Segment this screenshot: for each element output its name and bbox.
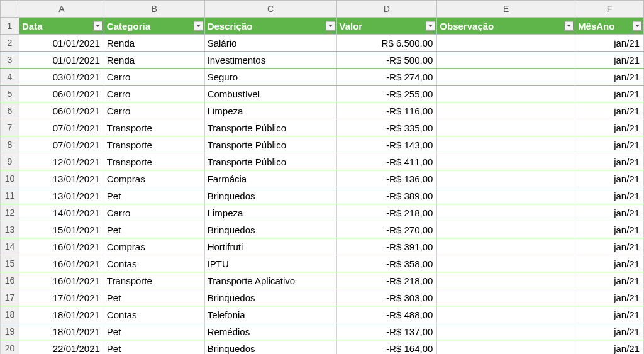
cell-mesano[interactable]: jan/21: [575, 340, 644, 355]
cell-valor[interactable]: -R$ 143,00: [336, 136, 437, 153]
cell-observacao[interactable]: [437, 35, 575, 52]
cell-valor[interactable]: -R$ 137,00: [336, 323, 437, 340]
row-header-13[interactable]: 13: [1, 221, 19, 238]
cell-mesano[interactable]: jan/21: [575, 187, 644, 204]
cell-mesano[interactable]: jan/21: [575, 119, 644, 136]
filter-button-data[interactable]: [93, 21, 103, 31]
cell-valor[interactable]: -R$ 270,00: [336, 221, 437, 238]
row-header-12[interactable]: 12: [1, 204, 19, 221]
col-header-F[interactable]: F: [575, 1, 644, 18]
row-header-10[interactable]: 10: [1, 170, 19, 187]
header-categoria[interactable]: Categoria: [104, 18, 204, 35]
cell-data[interactable]: 17/01/2021: [19, 289, 104, 306]
cell-descricao[interactable]: IPTU: [204, 255, 336, 272]
cell-categoria[interactable]: Pet: [104, 221, 204, 238]
cell-mesano[interactable]: jan/21: [575, 289, 644, 306]
cell-descricao[interactable]: Brinquedos: [204, 289, 336, 306]
row-header-14[interactable]: 14: [1, 238, 19, 255]
cell-descricao[interactable]: Combustível: [204, 86, 336, 102]
cell-mesano[interactable]: jan/21: [575, 35, 644, 52]
cell-data[interactable]: 16/01/2021: [19, 238, 104, 255]
row-header-8[interactable]: 8: [1, 136, 19, 153]
cell-descricao[interactable]: Limpeza: [204, 204, 336, 221]
cell-categoria[interactable]: Carro: [104, 204, 204, 221]
row-header-6[interactable]: 6: [1, 102, 19, 119]
cell-data[interactable]: 06/01/2021: [19, 102, 104, 119]
cell-observacao[interactable]: [437, 187, 575, 204]
row-header-17[interactable]: 17: [1, 289, 19, 306]
row-header-4[interactable]: 4: [1, 69, 19, 86]
cell-categoria[interactable]: Renda: [104, 35, 204, 52]
cell-mesano[interactable]: jan/21: [575, 102, 644, 119]
cell-valor[interactable]: -R$ 218,00: [336, 204, 437, 221]
cell-valor[interactable]: -R$ 389,00: [336, 187, 437, 204]
cell-observacao[interactable]: [437, 119, 575, 136]
cell-categoria[interactable]: Pet: [104, 340, 204, 355]
cell-categoria[interactable]: Contas: [104, 306, 204, 323]
filter-button-mesano[interactable]: [633, 21, 642, 31]
cell-valor[interactable]: -R$ 335,00: [336, 119, 437, 136]
cell-data[interactable]: 07/01/2021: [19, 119, 104, 136]
cell-data[interactable]: 22/01/2021: [19, 340, 104, 355]
cell-mesano[interactable]: jan/21: [575, 153, 644, 170]
cell-categoria[interactable]: Carro: [104, 69, 204, 86]
cell-descricao[interactable]: Salário: [204, 35, 336, 52]
cell-valor[interactable]: -R$ 164,00: [336, 340, 437, 355]
header-observacao[interactable]: Observação: [437, 18, 575, 35]
col-header-D[interactable]: D: [336, 1, 437, 18]
cell-categoria[interactable]: Pet: [104, 323, 204, 340]
cell-mesano[interactable]: jan/21: [575, 238, 644, 255]
cell-mesano[interactable]: jan/21: [575, 69, 644, 86]
cell-valor[interactable]: -R$ 391,00: [336, 238, 437, 255]
cell-valor[interactable]: -R$ 500,00: [336, 52, 437, 69]
select-all-corner[interactable]: [1, 1, 19, 18]
col-header-C[interactable]: C: [204, 1, 336, 18]
cell-mesano[interactable]: jan/21: [575, 255, 644, 272]
cell-data[interactable]: 15/01/2021: [19, 221, 104, 238]
cell-descricao[interactable]: Transporte Aplicativo: [204, 272, 336, 289]
cell-data[interactable]: 03/01/2021: [19, 69, 104, 86]
cell-valor[interactable]: -R$ 274,00: [336, 69, 437, 86]
row-header-7[interactable]: 7: [1, 119, 19, 136]
header-mesano[interactable]: MêsAno: [575, 18, 644, 35]
cell-descricao[interactable]: Limpeza: [204, 102, 336, 119]
cell-observacao[interactable]: [437, 170, 575, 187]
row-header-2[interactable]: 2: [1, 35, 19, 52]
cell-mesano[interactable]: jan/21: [575, 323, 644, 340]
cell-mesano[interactable]: jan/21: [575, 306, 644, 323]
cell-descricao[interactable]: Transporte Público: [204, 136, 336, 153]
cell-data[interactable]: 14/01/2021: [19, 204, 104, 221]
cell-observacao[interactable]: [437, 69, 575, 86]
cell-categoria[interactable]: Compras: [104, 238, 204, 255]
cell-observacao[interactable]: [437, 102, 575, 119]
header-descricao[interactable]: Descrição: [204, 18, 336, 35]
cell-categoria[interactable]: Carro: [104, 102, 204, 119]
cell-descricao[interactable]: Brinquedos: [204, 221, 336, 238]
row-header-15[interactable]: 15: [1, 255, 19, 272]
cell-valor[interactable]: -R$ 358,00: [336, 255, 437, 272]
cell-categoria[interactable]: Transporte: [104, 119, 204, 136]
row-header-9[interactable]: 9: [1, 153, 19, 170]
cell-categoria[interactable]: Carro: [104, 86, 204, 102]
cell-valor[interactable]: R$ 6.500,00: [336, 35, 437, 52]
header-data[interactable]: Data: [19, 18, 104, 35]
cell-observacao[interactable]: [437, 153, 575, 170]
cell-categoria[interactable]: Contas: [104, 255, 204, 272]
row-header-16[interactable]: 16: [1, 272, 19, 289]
cell-mesano[interactable]: jan/21: [575, 170, 644, 187]
cell-data[interactable]: 13/01/2021: [19, 187, 104, 204]
cell-descricao[interactable]: Remédios: [204, 323, 336, 340]
cell-data[interactable]: 07/01/2021: [19, 136, 104, 153]
cell-observacao[interactable]: [437, 255, 575, 272]
cell-observacao[interactable]: [437, 272, 575, 289]
cell-valor[interactable]: -R$ 136,00: [336, 170, 437, 187]
cell-categoria[interactable]: Transporte: [104, 272, 204, 289]
cell-valor[interactable]: -R$ 255,00: [336, 86, 437, 102]
cell-data[interactable]: 18/01/2021: [19, 323, 104, 340]
cell-descricao[interactable]: Transporte Público: [204, 119, 336, 136]
cell-observacao[interactable]: [437, 340, 575, 355]
col-header-B[interactable]: B: [104, 1, 204, 18]
cell-categoria[interactable]: Pet: [104, 187, 204, 204]
cell-descricao[interactable]: Telefonia: [204, 306, 336, 323]
col-header-A[interactable]: A: [19, 1, 104, 18]
